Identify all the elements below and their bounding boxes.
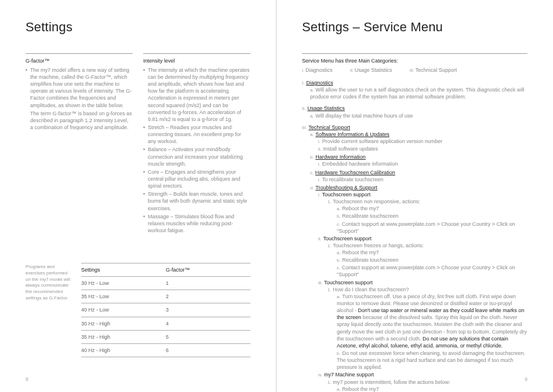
text: Reboot the my7 xyxy=(342,250,379,255)
sub-item: iii.Touchscreen support 1.How do I clean… xyxy=(318,279,527,371)
cell: 4 xyxy=(166,320,250,327)
intensity-column: Intensity level The intensity at which t… xyxy=(143,53,250,235)
cat-label: Usage Statistics xyxy=(355,67,392,73)
gfactor-heading: G-factor™ xyxy=(26,57,133,64)
sub-item: i.Provide current software application v… xyxy=(318,138,527,145)
cell: 35 Hz - Low xyxy=(81,293,166,300)
cell: 3 xyxy=(166,306,250,313)
text: To recalibrate touchscreen xyxy=(322,177,384,182)
sub-item: a.Reboot the my7 xyxy=(337,386,527,392)
text: Hardware Touchscreen Calibration xyxy=(315,170,395,175)
sidenote: Programs and exercises performed on the … xyxy=(26,263,72,357)
text: Hardware Information xyxy=(315,154,366,160)
bullet-text: The term G-factor™ is based on g-forces … xyxy=(30,110,133,131)
intensity-bullets: The intensity at which the machine opera… xyxy=(143,67,250,234)
sub-item: i.Touchscreen support 1.Touchscreen non … xyxy=(318,191,527,235)
sub-item: i.To recalibrate touchscreen xyxy=(318,176,527,183)
cell: 30 Hz - Low xyxy=(81,280,166,287)
text: Will display the total machine hours of … xyxy=(315,113,413,119)
divider xyxy=(26,53,133,54)
table-row: 40 Hz - High6 xyxy=(81,344,250,357)
sub-item: a.Will allow the user to run a self diag… xyxy=(310,86,527,100)
outline-label: Technical Support xyxy=(308,124,350,130)
cell: 40 Hz - High xyxy=(81,347,166,354)
text: Contact support at www.powerplate.com > … xyxy=(337,265,515,277)
cell: 30 Hz - High xyxy=(81,320,166,327)
intensity-bullet: Strength – Builds lean muscle, tones and… xyxy=(143,190,250,211)
intensity-heading: Intensity level xyxy=(143,57,250,64)
page-right: Settings – Service Menu Service Menu has… xyxy=(276,0,553,392)
text: Provide current software application ver… xyxy=(322,138,443,144)
text: Reboot the my7 xyxy=(342,386,379,392)
cell: 6 xyxy=(166,347,250,354)
sub-item: iv.my7 Machine support 1.my7 power is in… xyxy=(318,371,527,392)
sub-item: c.Contact support at www.powerplate.com … xyxy=(337,264,527,278)
intro-line: Service Menu has three Main Categories: xyxy=(302,57,527,64)
text: my7 power is intermittent, follow the ac… xyxy=(333,379,450,385)
page-title: Settings – Service Menu xyxy=(302,19,527,36)
sub-item: a.Software Information & Updates i.Provi… xyxy=(310,131,527,152)
intensity-bullet: The intensity at which the machine opera… xyxy=(143,67,250,123)
table-row: 35 Hz - Low2 xyxy=(81,290,250,303)
cell: 5 xyxy=(166,334,250,340)
sub-item: b.Recalibrate touchscreen xyxy=(337,257,527,263)
text: my7 Machine support xyxy=(324,372,374,378)
gfactor-table: Settings G-factor™ 30 Hz - Low1 35 Hz - … xyxy=(81,263,250,357)
text: Recalibrate touchscreen xyxy=(342,257,398,263)
intensity-bullet: Massage – Stimulates blood flow and rela… xyxy=(143,213,250,234)
sub-item: a.Reboot the my7 xyxy=(337,205,527,212)
sub-item: ii.Touchscreen support 1.Touchscreen fre… xyxy=(318,235,527,279)
page-number: 8 xyxy=(26,376,28,383)
text: Software Information & Updates xyxy=(315,131,390,137)
text: Recalibrate touchscreen xyxy=(342,213,398,219)
outline-item: I.Diagnostics a.Will allow the user to r… xyxy=(302,79,527,100)
outline-item: II.Usage Statistics a.Will display the t… xyxy=(302,105,527,119)
table-row: 30 Hz - High4 xyxy=(81,317,250,331)
table-header: Settings xyxy=(81,266,166,273)
outline: I.Diagnostics a.Will allow the user to r… xyxy=(302,79,527,392)
cell: 40 Hz - Low xyxy=(81,306,166,313)
outline-item: III.Technical Support a.Software Informa… xyxy=(302,124,527,392)
cell: 2 xyxy=(166,293,250,300)
cat-label: Diagnostics xyxy=(305,67,333,73)
gfactor-bullet: The my7 model offers a new way of settin… xyxy=(26,67,133,131)
sub-item: b.Hardware Information i.Embedded hardwa… xyxy=(310,153,527,167)
table-row: 30 Hz - Low1 xyxy=(81,277,250,290)
page-left: Settings G-factor™ The my7 model offers … xyxy=(0,0,276,392)
bullet-text: The my7 model offers a new way of settin… xyxy=(30,67,132,108)
text: Touchscreen support xyxy=(322,192,371,197)
text: How do I clean the touchscreen? xyxy=(333,287,409,292)
text: Touchscreen support xyxy=(324,280,373,285)
sub-item: b.Do not use excessive force when cleani… xyxy=(337,350,527,371)
cat-label: Technical Support xyxy=(416,67,457,73)
sub-item: a.Will display the total machine hours o… xyxy=(310,112,527,119)
text: Touchscreen freezes or hangs, actions: xyxy=(333,243,424,248)
outline-label: Usage Statistics xyxy=(307,105,345,111)
gfactor-column: G-factor™ The my7 model offers a new way… xyxy=(26,53,133,235)
text: Reboot the my7 xyxy=(342,206,379,211)
sub-item: 1.Touchscreen freezes or hangs, actions:… xyxy=(328,242,527,279)
sub-item: i.Embedded hardware information xyxy=(318,160,527,167)
sub-item: 1.my7 power is intermittent, follow the … xyxy=(328,379,527,392)
sub-item: c.Hardware Touchscreen Calibration i.To … xyxy=(310,169,527,183)
text: Install software updates xyxy=(323,146,378,152)
page-title: Settings xyxy=(26,19,250,36)
intensity-bullet: Balance – Activates your mind/body conne… xyxy=(143,146,250,167)
table-row: 40 Hz - Low3 xyxy=(81,303,250,317)
text: Touchscreen non responsive, actions: xyxy=(333,199,420,204)
content-columns: G-factor™ The my7 model offers a new way… xyxy=(26,53,250,235)
text: Embedded hardware information xyxy=(322,161,398,167)
cell: 35 Hz - High xyxy=(81,334,166,340)
table-row: 35 Hz - High5 xyxy=(81,331,250,344)
sub-item: b.Recalibrate touchscreen xyxy=(337,213,527,219)
sub-item: 1.How do I clean the touchscreen? a.Turn… xyxy=(328,286,527,371)
text: Troubleshooting & Support xyxy=(315,185,377,190)
sub-item: 1.Touchscreen non responsive, actions: a… xyxy=(328,198,527,235)
intensity-bullet: Stretch – Readies your muscles and conne… xyxy=(143,124,250,145)
divider xyxy=(302,53,527,54)
gfactor-table-block: Programs and exercises performed on the … xyxy=(26,263,250,357)
table-header: G-factor™ xyxy=(166,266,250,273)
table-header-row: Settings G-factor™ xyxy=(81,263,250,277)
outline-label: Diagnostics xyxy=(306,80,333,86)
gfactor-bullets: The my7 model offers a new way of settin… xyxy=(26,67,133,131)
